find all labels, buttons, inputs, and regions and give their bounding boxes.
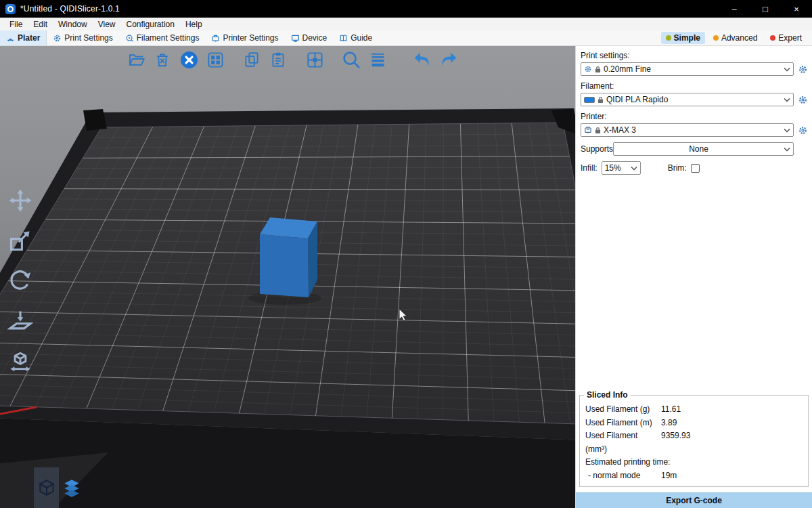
filament-color-swatch bbox=[584, 97, 595, 103]
lock-icon bbox=[597, 96, 604, 104]
menu-window[interactable]: Window bbox=[53, 20, 93, 29]
gear-icon bbox=[53, 34, 62, 43]
advanced-mode-dot-icon bbox=[713, 35, 719, 41]
tab-filament-settings[interactable]: Filament Settings bbox=[119, 30, 206, 45]
gear-icon bbox=[798, 125, 808, 135]
trash-icon bbox=[154, 51, 171, 68]
menu-bar: File Edit Window View Configuration Help bbox=[0, 18, 812, 30]
search-button[interactable] bbox=[340, 48, 363, 71]
chevron-down-icon bbox=[784, 98, 790, 102]
menu-edit[interactable]: Edit bbox=[28, 20, 53, 29]
arrange-icon bbox=[206, 51, 225, 69]
mode-advanced[interactable]: Advanced bbox=[708, 32, 762, 44]
menu-configuration[interactable]: Configuration bbox=[121, 20, 180, 29]
window-controls: – □ × bbox=[719, 0, 812, 18]
place-on-face-tool-button[interactable] bbox=[5, 305, 35, 335]
mode-switcher: Simple Advanced Expert bbox=[661, 30, 812, 45]
rotate-icon bbox=[7, 268, 33, 293]
view-mode-toggle bbox=[34, 467, 84, 508]
model-cube[interactable] bbox=[260, 217, 317, 297]
viewport-3d-scene[interactable] bbox=[0, 46, 575, 508]
tab-printer-settings[interactable]: Printer Settings bbox=[205, 30, 284, 45]
measure-tool-button[interactable] bbox=[5, 345, 35, 375]
undo-arrow-icon bbox=[411, 49, 433, 70]
editor-view-button[interactable] bbox=[34, 467, 59, 508]
menu-view[interactable]: View bbox=[93, 20, 121, 29]
paste-button[interactable] bbox=[267, 48, 290, 71]
mode-simple[interactable]: Simple bbox=[661, 32, 705, 44]
mode-simple-label: Simple bbox=[674, 33, 700, 43]
flatten-icon bbox=[7, 308, 33, 333]
copy-icon bbox=[243, 51, 261, 68]
open-folder-icon bbox=[127, 51, 145, 69]
sliced-info-row: Used Filament (m) 3.89 bbox=[585, 417, 803, 430]
tab-guide-label: Guide bbox=[351, 33, 372, 43]
brim-checkbox[interactable] bbox=[691, 164, 700, 173]
minimize-button[interactable]: – bbox=[719, 0, 750, 18]
supports-combo[interactable]: None bbox=[613, 142, 794, 156]
gizmo-toolbar bbox=[5, 186, 35, 375]
print-settings-gear-button[interactable] bbox=[796, 64, 809, 75]
app-window: *Untitled - QIDISlicer-1.0.1 – □ × File … bbox=[0, 0, 812, 508]
sliced-info-row: Estimated printing time: bbox=[585, 456, 803, 469]
tab-device[interactable]: Device bbox=[285, 30, 334, 45]
tab-guide[interactable]: Guide bbox=[333, 30, 378, 45]
search-icon bbox=[341, 49, 361, 70]
supports-label: Supports: bbox=[581, 144, 613, 154]
printer-value: X-MAX 3 bbox=[604, 125, 781, 135]
menu-file[interactable]: File bbox=[4, 20, 28, 29]
print-settings-combo[interactable]: 0.20mm Fine bbox=[581, 62, 794, 76]
bed-clip bbox=[83, 109, 107, 131]
preview-view-button[interactable] bbox=[59, 467, 84, 508]
tab-print-settings[interactable]: Print Settings bbox=[47, 30, 118, 45]
plater-toolbar bbox=[125, 48, 464, 71]
filament-label: Filament: bbox=[581, 81, 812, 91]
copy-button[interactable] bbox=[240, 48, 263, 71]
maximize-button[interactable]: □ bbox=[750, 0, 781, 18]
menu-help[interactable]: Help bbox=[180, 20, 208, 29]
chevron-down-icon bbox=[784, 67, 790, 72]
variable-layer-height-button[interactable] bbox=[366, 48, 389, 71]
undo-button[interactable] bbox=[411, 48, 434, 71]
settings-sidebar: Print settings: 0.20mm Fine Filament: QI… bbox=[575, 46, 812, 508]
gear-icon bbox=[584, 65, 592, 73]
rotate-tool-button[interactable] bbox=[5, 266, 35, 295]
infill-value: 15% bbox=[605, 163, 628, 173]
split-objects-button[interactable] bbox=[303, 48, 326, 71]
close-button[interactable]: × bbox=[781, 0, 812, 18]
scale-tool-button[interactable] bbox=[5, 226, 35, 255]
guide-book-icon bbox=[339, 34, 348, 43]
infill-combo[interactable]: 15% bbox=[602, 161, 641, 175]
viewport-3d[interactable] bbox=[0, 46, 575, 508]
redo-button[interactable] bbox=[437, 48, 460, 71]
move-tool-button[interactable] bbox=[5, 186, 35, 215]
filament-combo[interactable]: QIDI PLA Rapido bbox=[581, 93, 794, 106]
lock-icon bbox=[595, 66, 601, 73]
layer-height-icon bbox=[369, 51, 387, 69]
move-icon bbox=[7, 188, 33, 213]
filament-icon bbox=[125, 34, 134, 43]
editor-cube-icon bbox=[37, 478, 56, 497]
export-gcode-button[interactable]: Export G-code bbox=[576, 492, 812, 508]
tab-plater-label: Plater bbox=[18, 33, 40, 43]
simple-mode-dot-icon bbox=[666, 35, 671, 41]
printer-combo[interactable]: X-MAX 3 bbox=[581, 123, 794, 137]
sliced-info-row: Used Filament (g) 11.61 bbox=[585, 403, 803, 417]
delete-all-button[interactable] bbox=[177, 48, 200, 71]
printer-gear-button[interactable] bbox=[796, 125, 809, 135]
chevron-down-icon bbox=[631, 166, 637, 171]
filament-gear-button[interactable] bbox=[796, 95, 809, 105]
arrange-button[interactable] bbox=[204, 48, 227, 71]
brim-label: Brim: bbox=[668, 163, 687, 173]
tab-plater[interactable]: Plater bbox=[0, 30, 47, 45]
mode-expert[interactable]: Expert bbox=[765, 32, 807, 44]
printer-icon bbox=[211, 34, 220, 43]
sliced-info-panel: Sliced Info Used Filament (g) 11.61 Used… bbox=[579, 395, 809, 487]
sliced-info-row: - normal mode 19m bbox=[585, 469, 803, 483]
open-file-button[interactable] bbox=[125, 48, 148, 71]
delete-button[interactable] bbox=[151, 48, 174, 71]
plater-icon bbox=[6, 34, 15, 43]
chevron-down-icon bbox=[784, 147, 790, 152]
main-area: Print settings: 0.20mm Fine Filament: QI… bbox=[0, 46, 812, 508]
lock-icon bbox=[595, 127, 601, 134]
